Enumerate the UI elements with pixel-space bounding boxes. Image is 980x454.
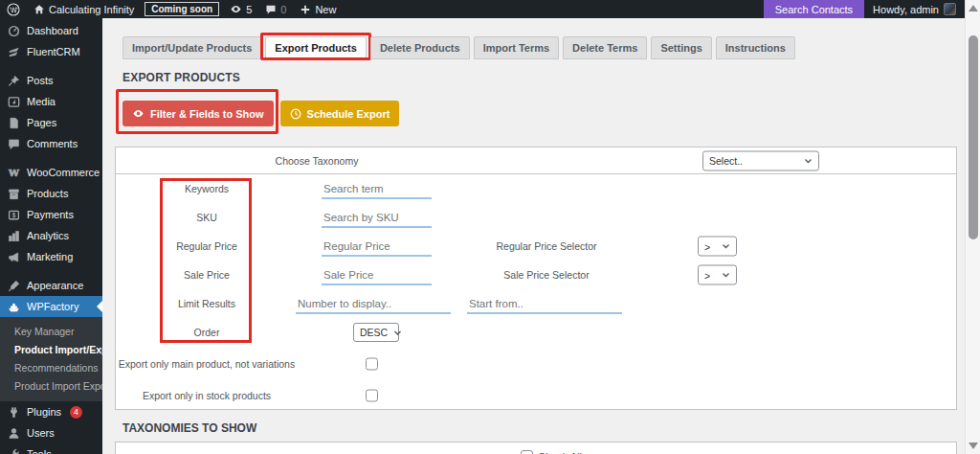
admin-bar-right: Search Contacts Howdy, admin xyxy=(764,0,965,18)
sale-price-label: Sale Price xyxy=(116,269,298,281)
chevron-down-icon xyxy=(804,156,813,165)
regular-price-label: Regular Price xyxy=(116,240,298,252)
page-icon xyxy=(8,117,20,129)
taxonomies-box: Check All xyxy=(115,442,957,454)
media-icon xyxy=(8,96,20,108)
sidebar-item-plugins[interactable]: Plugins 4 xyxy=(0,401,102,422)
tab-import-terms[interactable]: Import Terms xyxy=(474,36,559,59)
main-product-checkbox[interactable] xyxy=(366,358,378,371)
sidebar-item-woocommerce[interactable]: W WooCommerce xyxy=(0,162,102,183)
brush-icon xyxy=(8,280,20,292)
order-select[interactable]: DESC xyxy=(353,323,399,342)
tab-import-update-products[interactable]: Import/Update Products xyxy=(122,36,261,59)
woocommerce-icon: W xyxy=(8,167,20,179)
wordpress-logo-icon xyxy=(7,3,20,16)
new-content-menu[interactable]: New xyxy=(293,0,343,18)
tab-delete-products[interactable]: Delete Products xyxy=(370,36,470,59)
admin-sidebar: Dashboard FluentCRM Posts Media Pages xyxy=(0,18,102,454)
in-stock-checkbox[interactable] xyxy=(366,390,378,402)
sidebar-item-payments[interactable]: $ Payments xyxy=(0,204,102,225)
offset-input[interactable] xyxy=(467,296,622,314)
sale-price-selector-select[interactable]: > xyxy=(698,265,737,285)
in-stock-label: Export only in stock products xyxy=(116,390,298,401)
submenu-item-recommendations[interactable]: Recommendations xyxy=(0,359,102,377)
tab-delete-terms[interactable]: Delete Terms xyxy=(563,36,647,59)
svg-text:W: W xyxy=(8,167,20,177)
new-label: New xyxy=(315,4,336,15)
sidebar-item-comments[interactable]: Comments xyxy=(0,133,102,154)
wordpress-logo-menu[interactable] xyxy=(0,0,27,18)
search-contacts-button[interactable]: Search Contacts xyxy=(764,0,864,18)
submenu-item-product-import-export[interactable]: Product Import/Export xyxy=(0,341,102,359)
sidebar-item-wpfactory[interactable]: WPFactory xyxy=(0,296,102,317)
box-icon xyxy=(8,188,20,200)
page-title: EXPORT PRODUCTS xyxy=(122,71,965,84)
regular-price-input[interactable] xyxy=(322,238,432,257)
sidebar-item-tools[interactable]: Tools xyxy=(0,443,102,454)
sidebar-item-users[interactable]: Users xyxy=(0,422,102,443)
check-all-checkbox[interactable] xyxy=(521,450,533,454)
tab-instructions[interactable]: Instructions xyxy=(716,36,795,59)
main-content: Import/Update Products Export Products D… xyxy=(102,18,965,454)
scroll-up-arrow-icon[interactable] xyxy=(969,5,978,11)
plug-icon xyxy=(8,406,20,419)
regular-price-selector-select[interactable]: > xyxy=(698,237,737,257)
keywords-label: Keywords xyxy=(116,183,298,194)
chevron-down-icon xyxy=(393,329,402,337)
updates-menu[interactable]: 5 xyxy=(223,0,258,18)
sidebar-item-media[interactable]: Media xyxy=(0,91,102,112)
submenu-item-product-import-export-2[interactable]: Product Import Export xyxy=(0,377,102,396)
sidebar-item-posts[interactable]: Posts xyxy=(0,70,102,91)
home-icon xyxy=(33,4,45,15)
sku-input[interactable] xyxy=(322,210,432,228)
form-row-sale-price: Sale Price Sale Price Selector > xyxy=(116,261,956,289)
sidebar-item-marketing[interactable]: Marketing xyxy=(0,246,102,267)
check-all-label: Check All xyxy=(538,451,582,454)
form-row-keywords: Keywords xyxy=(116,174,956,203)
avatar xyxy=(944,3,956,15)
submenu-item-key-manager[interactable]: Key Manager xyxy=(0,323,102,341)
megaphone-icon xyxy=(8,251,20,263)
sale-price-input[interactable] xyxy=(322,267,432,285)
comment-bubble-icon xyxy=(265,4,277,15)
main-product-label: Export only main product, not variations xyxy=(116,358,298,370)
vertical-scrollbar[interactable] xyxy=(965,0,980,454)
chevron-down-icon xyxy=(722,242,730,251)
sidebar-item-analytics[interactable]: Analytics xyxy=(0,225,102,246)
wpfactory-submenu: Key Manager Product Import/Export Recomm… xyxy=(0,317,102,401)
keywords-input[interactable] xyxy=(322,181,432,199)
plugins-update-badge: 4 xyxy=(70,406,82,419)
sidebar-item-products[interactable]: Products xyxy=(0,183,102,204)
site-name-link[interactable]: Calculating Infinity xyxy=(27,0,141,18)
site-name: Calculating Infinity xyxy=(49,4,134,15)
sidebar-item-appearance[interactable]: Appearance xyxy=(0,275,102,296)
choose-taxonomy-label: Choose Taxonomy xyxy=(250,155,384,167)
taxonomy-select[interactable]: Select.. xyxy=(702,150,819,170)
form-row-limit-results: Limit Results xyxy=(116,289,956,318)
sidebar-item-pages[interactable]: Pages xyxy=(0,112,102,133)
comments-menu[interactable]: 0 xyxy=(258,0,293,18)
pushpin-icon xyxy=(8,75,20,87)
payments-icon: $ xyxy=(8,209,20,221)
eye-icon xyxy=(230,3,242,15)
limit-input[interactable] xyxy=(296,296,451,314)
coming-soon-badge: Coming soon xyxy=(145,2,219,16)
eye-icon xyxy=(132,107,145,120)
sale-price-selector-label: Sale Price Selector xyxy=(460,269,633,281)
wrench-icon xyxy=(8,448,20,454)
scrollbar-thumb[interactable] xyxy=(969,35,978,239)
schedule-export-button[interactable]: Schedule Export xyxy=(280,101,400,126)
filter-fields-button[interactable]: Filter & Fields to Show xyxy=(122,101,274,126)
wordpress-admin-screen: Calculating Infinity Coming soon 5 0 New… xyxy=(0,0,980,454)
dashboard-icon xyxy=(8,25,20,37)
comment-icon xyxy=(8,138,20,150)
sidebar-item-dashboard[interactable]: Dashboard xyxy=(0,20,102,41)
scroll-down-arrow-icon[interactable] xyxy=(969,443,978,449)
tab-settings[interactable]: Settings xyxy=(651,36,711,59)
sku-label: SKU xyxy=(116,212,298,223)
account-menu[interactable]: Howdy, admin xyxy=(864,3,965,15)
tab-export-products[interactable]: Export Products xyxy=(265,36,367,59)
admin-bar: Calculating Infinity Coming soon 5 0 New… xyxy=(0,0,965,18)
sidebar-item-fluentcrm[interactable]: FluentCRM xyxy=(0,41,102,62)
clock-icon xyxy=(290,108,301,120)
